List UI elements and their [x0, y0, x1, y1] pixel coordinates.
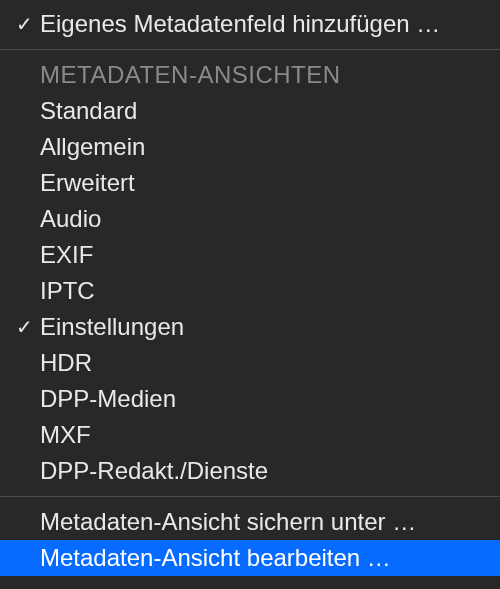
menu-item-edit-view[interactable]: Metadaten-Ansicht bearbeiten … [0, 540, 500, 576]
menu-item-view-standard[interactable]: Standard [0, 93, 500, 129]
menu-item-label: Allgemein [40, 133, 145, 161]
menu-item-view-exif[interactable]: EXIF [0, 237, 500, 273]
menu-item-label: DPP-Redakt./Dienste [40, 457, 268, 485]
menu-item-label: Erweitert [40, 169, 135, 197]
menu-item-label: EXIF [40, 241, 93, 269]
menu-item-label: Metadaten-Ansicht sichern unter … [40, 508, 416, 536]
menu-item-view-einstellungen[interactable]: ✓ Einstellungen [0, 309, 500, 345]
menu-item-label: DPP-Medien [40, 385, 176, 413]
menu-item-label: HDR [40, 349, 92, 377]
menu-item-add-custom-field[interactable]: ✓ Eigenes Metadatenfeld hinzufügen … [0, 6, 500, 42]
menu-item-view-hdr[interactable]: HDR [0, 345, 500, 381]
checkmark-icon: ✓ [8, 12, 40, 36]
menu-item-save-view-as[interactable]: Metadaten-Ansicht sichern unter … [0, 504, 500, 540]
menu-item-view-mxf[interactable]: MXF [0, 417, 500, 453]
menu-item-view-dpp-redakt[interactable]: DPP-Redakt./Dienste [0, 453, 500, 489]
menu-item-view-iptc[interactable]: IPTC [0, 273, 500, 309]
menu-item-label: IPTC [40, 277, 95, 305]
menu-item-view-audio[interactable]: Audio [0, 201, 500, 237]
menu-item-view-allgemein[interactable]: Allgemein [0, 129, 500, 165]
section-header-metadata-views: METADATEN-ANSICHTEN [0, 57, 500, 93]
menu-item-label: Eigenes Metadatenfeld hinzufügen … [40, 10, 440, 38]
menu-item-label: MXF [40, 421, 91, 449]
menu-item-view-dpp-medien[interactable]: DPP-Medien [0, 381, 500, 417]
menu-item-label: Standard [40, 97, 137, 125]
menu-item-label: Einstellungen [40, 313, 184, 341]
separator [0, 49, 500, 50]
menu-item-label: Metadaten-Ansicht bearbeiten … [40, 544, 391, 572]
checkmark-icon: ✓ [8, 315, 40, 339]
context-menu: ✓ Eigenes Metadatenfeld hinzufügen … MET… [0, 0, 500, 576]
menu-item-view-erweitert[interactable]: Erweitert [0, 165, 500, 201]
separator [0, 496, 500, 497]
menu-item-label: Audio [40, 205, 101, 233]
section-header-label: METADATEN-ANSICHTEN [40, 61, 341, 89]
